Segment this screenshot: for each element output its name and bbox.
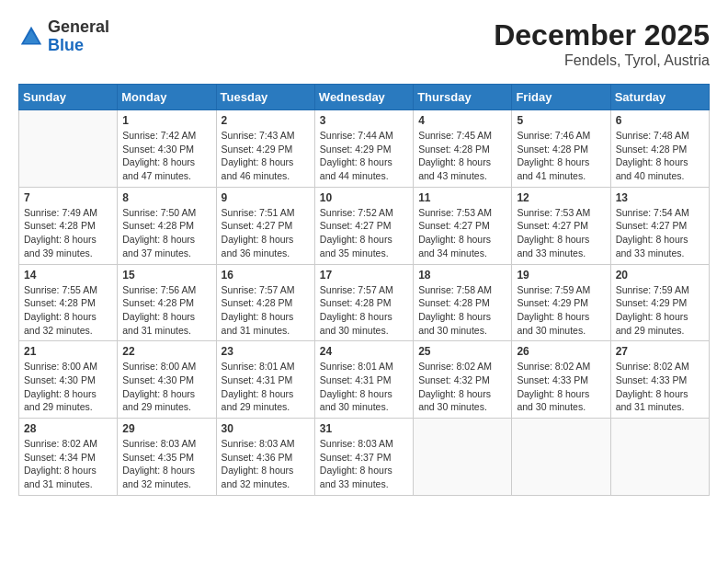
- cell-info-line: Sunrise: 7:45 AM: [418, 129, 506, 143]
- cell-info-line: Sunrise: 8:00 AM: [122, 360, 210, 373]
- cell-info-line: and 33 minutes.: [517, 247, 605, 260]
- cell-info-line: Sunrise: 7:51 AM: [222, 206, 310, 220]
- cell-info-line: Sunrise: 7:54 AM: [616, 206, 704, 220]
- cell-info-line: and 40 minutes.: [616, 169, 704, 183]
- weekday-header: Friday: [512, 85, 610, 110]
- calendar-cell: 23Sunrise: 8:01 AMSunset: 4:31 PMDayligh…: [216, 341, 314, 419]
- calendar-cell: 15Sunrise: 7:56 AMSunset: 4:28 PMDayligh…: [118, 264, 216, 341]
- day-number: 26: [517, 345, 605, 358]
- calendar-cell: 18Sunrise: 7:58 AMSunset: 4:28 PMDayligh…: [414, 264, 512, 341]
- cell-info-line: and 30 minutes.: [418, 324, 506, 338]
- cell-info-line: Sunrise: 7:44 AM: [320, 129, 408, 143]
- cell-info-line: Sunrise: 8:03 AM: [222, 437, 310, 451]
- cell-info-line: Daylight: 8 hours: [320, 155, 408, 169]
- cell-info-line: Sunrise: 8:00 AM: [24, 360, 112, 373]
- day-number: 25: [418, 345, 506, 358]
- day-number: 18: [418, 269, 506, 282]
- calendar-cell: 31Sunrise: 8:03 AMSunset: 4:37 PMDayligh…: [314, 419, 413, 496]
- cell-info-line: Sunset: 4:34 PM: [24, 451, 112, 465]
- cell-info-line: and 31 minutes.: [122, 324, 210, 338]
- cell-info-line: and 44 minutes.: [320, 169, 408, 183]
- day-number: 21: [24, 345, 112, 358]
- cell-info-line: Sunrise: 7:57 AM: [222, 283, 310, 297]
- cell-info-line: and 46 minutes.: [222, 169, 310, 183]
- cell-info-line: Daylight: 8 hours: [320, 464, 408, 477]
- cell-info-line: and 32 minutes.: [24, 324, 112, 338]
- cell-info-line: Sunset: 4:28 PM: [517, 143, 605, 156]
- cell-info-line: Sunset: 4:29 PM: [616, 296, 704, 310]
- calendar-cell: 9Sunrise: 7:51 AMSunset: 4:27 PMDaylight…: [216, 187, 314, 264]
- cell-info-line: Sunset: 4:28 PM: [122, 296, 210, 310]
- cell-info-line: Daylight: 8 hours: [517, 310, 605, 324]
- cell-info-line: Daylight: 8 hours: [24, 310, 112, 324]
- cell-info-line: Sunrise: 7:58 AM: [418, 283, 506, 297]
- cell-info-line: Sunrise: 7:43 AM: [222, 129, 310, 143]
- day-number: 15: [122, 269, 210, 282]
- cell-info-line: and 36 minutes.: [222, 247, 310, 260]
- cell-info-line: Sunrise: 8:02 AM: [517, 360, 605, 373]
- cell-info-line: Daylight: 8 hours: [122, 387, 210, 401]
- cell-info-line: Sunset: 4:29 PM: [320, 143, 408, 156]
- calendar-cell: 25Sunrise: 8:02 AMSunset: 4:32 PMDayligh…: [414, 341, 512, 419]
- calendar-cell: [610, 419, 709, 496]
- cell-info-line: and 30 minutes.: [418, 400, 506, 414]
- cell-info-line: Sunrise: 7:52 AM: [320, 206, 408, 220]
- cell-info-line: Sunrise: 8:03 AM: [122, 437, 210, 451]
- cell-info-line: and 34 minutes.: [418, 247, 506, 260]
- logo: General Blue: [18, 18, 109, 55]
- cell-info-line: Daylight: 8 hours: [517, 155, 605, 169]
- cell-info-line: Daylight: 8 hours: [222, 155, 310, 169]
- cell-info-line: Sunrise: 7:49 AM: [24, 206, 112, 220]
- cell-info-line: Sunset: 4:29 PM: [222, 143, 310, 156]
- cell-info-line: Daylight: 8 hours: [122, 464, 210, 477]
- calendar-cell: 3Sunrise: 7:44 AMSunset: 4:29 PMDaylight…: [314, 110, 413, 188]
- cell-info-line: Sunset: 4:27 PM: [320, 219, 408, 233]
- day-number: 10: [320, 191, 408, 204]
- cell-info-line: Daylight: 8 hours: [418, 233, 506, 247]
- cell-info-line: Sunset: 4:33 PM: [517, 373, 605, 387]
- month-year: December 2025: [494, 18, 710, 52]
- cell-info-line: Sunrise: 7:48 AM: [616, 129, 704, 143]
- day-number: 12: [517, 191, 605, 204]
- day-number: 1: [122, 114, 210, 127]
- calendar-cell: 10Sunrise: 7:52 AMSunset: 4:27 PMDayligh…: [314, 187, 413, 264]
- day-number: 16: [222, 269, 310, 282]
- cell-info-line: and 29 minutes.: [616, 324, 704, 338]
- cell-info-line: Daylight: 8 hours: [320, 233, 408, 247]
- calendar-week-row: 1Sunrise: 7:42 AMSunset: 4:30 PMDaylight…: [19, 110, 710, 188]
- calendar-cell: 22Sunrise: 8:00 AMSunset: 4:30 PMDayligh…: [118, 341, 216, 419]
- cell-info-line: Sunset: 4:30 PM: [24, 373, 112, 387]
- cell-info-line: Sunrise: 7:57 AM: [320, 283, 408, 297]
- weekday-header: Sunday: [19, 85, 118, 110]
- cell-info-line: and 37 minutes.: [122, 247, 210, 260]
- day-number: 14: [24, 269, 112, 282]
- cell-info-line: Daylight: 8 hours: [24, 233, 112, 247]
- calendar-cell: 16Sunrise: 7:57 AMSunset: 4:28 PMDayligh…: [216, 264, 314, 341]
- cell-info-line: Sunrise: 7:42 AM: [122, 129, 210, 143]
- day-number: 17: [320, 269, 408, 282]
- cell-info-line: Sunrise: 7:59 AM: [616, 283, 704, 297]
- calendar-cell: 7Sunrise: 7:49 AMSunset: 4:28 PMDaylight…: [19, 187, 118, 264]
- calendar-week-row: 7Sunrise: 7:49 AMSunset: 4:28 PMDaylight…: [19, 187, 710, 264]
- cell-info-line: and 30 minutes.: [320, 324, 408, 338]
- calendar-week-row: 14Sunrise: 7:55 AMSunset: 4:28 PMDayligh…: [19, 264, 710, 341]
- cell-info-line: Sunset: 4:28 PM: [320, 296, 408, 310]
- calendar-cell: 24Sunrise: 8:01 AMSunset: 4:31 PMDayligh…: [314, 341, 413, 419]
- calendar-week-row: 21Sunrise: 8:00 AMSunset: 4:30 PMDayligh…: [19, 341, 710, 419]
- day-number: 8: [122, 191, 210, 204]
- cell-info-line: Sunset: 4:37 PM: [320, 451, 408, 465]
- cell-info-line: Daylight: 8 hours: [418, 387, 506, 401]
- cell-info-line: Daylight: 8 hours: [320, 310, 408, 324]
- cell-info-line: Daylight: 8 hours: [24, 464, 112, 477]
- cell-info-line: Daylight: 8 hours: [616, 233, 704, 247]
- day-number: 9: [222, 191, 310, 204]
- calendar-cell: 30Sunrise: 8:03 AMSunset: 4:36 PMDayligh…: [216, 419, 314, 496]
- calendar-cell: 20Sunrise: 7:59 AMSunset: 4:29 PMDayligh…: [610, 264, 709, 341]
- weekday-header: Wednesday: [314, 85, 413, 110]
- cell-info-line: Sunset: 4:30 PM: [122, 143, 210, 156]
- cell-info-line: and 35 minutes.: [320, 247, 408, 260]
- day-number: 29: [122, 422, 210, 435]
- cell-info-line: Daylight: 8 hours: [222, 387, 310, 401]
- cell-info-line: and 32 minutes.: [122, 477, 210, 491]
- cell-info-line: Daylight: 8 hours: [122, 155, 210, 169]
